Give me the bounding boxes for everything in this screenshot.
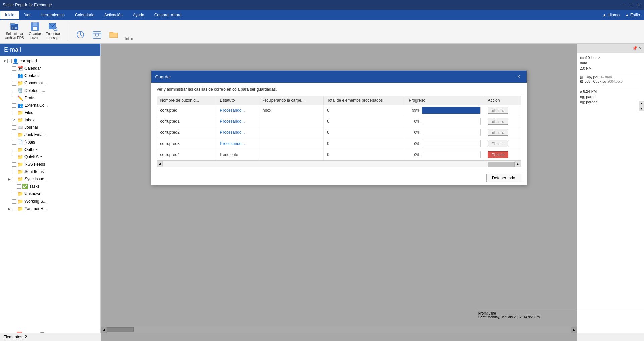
checkbox-notes[interactable] [12, 140, 16, 145]
tree-item-contacts[interactable]: ▶ 👥 Contacts [0, 72, 100, 79]
mailbox-progress: 0% [405, 138, 484, 149]
checkbox-contacts[interactable] [12, 74, 16, 78]
menu-inicio[interactable]: Inicio [0, 11, 19, 19]
menu-comprar[interactable]: Comprar ahora [150, 11, 186, 19]
checkbox-corrupted[interactable] [7, 59, 12, 63]
find-message-button[interactable]: Encontrarmensaje [44, 20, 62, 41]
toolbar-extra-btn-2[interactable] [89, 29, 105, 41]
tree-item-syncissue[interactable]: ▶ 📁 Sync Issue... [0, 175, 100, 183]
tree-item-quickstep[interactable]: ▶ 📁 Quick Ste... [0, 153, 100, 161]
scroll-right-arrow[interactable]: ▶ [515, 161, 521, 167]
maximize-button[interactable]: □ [628, 2, 634, 8]
scroll-left-arrow[interactable]: ◀ [157, 161, 163, 167]
close-button[interactable]: ✕ [635, 2, 641, 8]
toolbar-extra-btn-3[interactable] [106, 29, 122, 41]
status-link[interactable]: Procesando... [220, 119, 245, 124]
estilo-btn[interactable]: ▲ Estilo [625, 13, 640, 17]
calendar-report-icon [92, 29, 102, 40]
tree-item-notes[interactable]: ▶ 📄 Notes [0, 138, 100, 146]
checkbox-tasks[interactable] [17, 184, 21, 189]
tree-item-drafts[interactable]: ▶ ✏️ Drafts [0, 94, 100, 102]
tree-label-deleted: Deleted It... [24, 88, 45, 93]
col-action: Acción [484, 96, 521, 105]
checkbox-junk[interactable] [12, 133, 16, 137]
scroll-track[interactable] [163, 161, 515, 167]
menu-activacion[interactable]: Activación [100, 11, 128, 19]
scroll-thumb[interactable] [488, 162, 515, 167]
tree-item-journal[interactable]: ▶ 📖 Journal [0, 124, 100, 131]
data-row: data [580, 61, 641, 65]
tree-item-tasks[interactable]: ▶ ✅ Tasks [0, 183, 100, 190]
checkbox-conversations[interactable] [12, 81, 16, 86]
progress-pct: 0% [409, 141, 419, 146]
tree-item-corrupted[interactable]: ▼ 👤 corrupted [0, 57, 100, 65]
tree-item-deleted[interactable]: ▶ 🗑️ Deleted It... [0, 87, 100, 94]
checkbox-drafts[interactable] [12, 96, 16, 100]
content-area: Guardar × Ver y administrar las casillas… [101, 44, 577, 341]
horizontal-scrollbar[interactable]: ◀ ▶ [157, 161, 521, 167]
tree-item-files[interactable]: ▶ 📁 Files [0, 109, 100, 116]
eliminar-button-3[interactable]: Eliminar [488, 129, 508, 136]
toolbar-extra-btn-1[interactable] [72, 29, 88, 41]
status-link[interactable]: Procesando... [220, 130, 245, 135]
tree-item-working[interactable]: ▶ 📁 Working S... [0, 197, 100, 205]
pin-button[interactable]: 📌 [632, 46, 637, 51]
checkbox-sent[interactable] [12, 170, 16, 174]
modal-table: Nombre de buzón d... Estatuto Recuperand… [157, 96, 521, 160]
checkbox-syncissue[interactable] [12, 177, 16, 181]
tree-item-outbox[interactable]: ▶ 📁 Outbox [0, 146, 100, 153]
scroll-up-button[interactable]: ▲ [639, 101, 644, 106]
select-edb-button[interactable]: EDB Seleccionararchivo EDB [3, 20, 26, 41]
tree-item-sent[interactable]: ▶ 📁 Sent Items [0, 168, 100, 175]
mailbox-status: Procesando... [216, 105, 258, 116]
modal-close-button[interactable]: × [516, 73, 523, 80]
eliminar-button-1[interactable]: Eliminar [488, 107, 508, 114]
checkbox-files[interactable] [12, 111, 16, 115]
rss-icon: 📁 [17, 162, 23, 167]
checkbox-externalco[interactable] [12, 103, 16, 108]
eliminar-button-2[interactable]: Eliminar [488, 118, 508, 125]
mailbox-total: 0 [324, 116, 405, 127]
eliminar-button-5[interactable]: Eliminar [488, 151, 508, 158]
tree-item-inbox[interactable]: ▶ 📁 Inbox [0, 116, 100, 124]
checkbox-inbox[interactable] [12, 118, 16, 122]
svg-rect-13 [93, 32, 101, 38]
tree-item-junk[interactable]: ▶ 📁 Junk Emai... [0, 131, 100, 138]
eliminar-button-4[interactable]: Eliminar [488, 140, 508, 147]
preview-time: a 8:24 PM [580, 89, 641, 93]
minimize-button[interactable]: ─ [621, 2, 627, 8]
tree-item-rss[interactable]: ▶ 📁 RSS Feeds [0, 161, 100, 168]
menu-ver[interactable]: Ver [20, 11, 35, 19]
idioma-btn[interactable]: ▲ Idioma [602, 13, 620, 17]
col-total: Total de elementos procesados [324, 96, 405, 105]
menu-herramientas[interactable]: Herramientas [36, 11, 69, 19]
checkbox-quickstep[interactable] [12, 155, 16, 159]
folder-conv-icon: 📁 [17, 80, 23, 86]
checkbox-yammer[interactable] [12, 207, 16, 211]
tree-item-yammer[interactable]: ▶ 📁 Yammer R... [0, 205, 100, 212]
table-row: corrupted Procesando... Inbox 0 99% [157, 105, 521, 116]
table-row: corrupted3 Procesando... 0 0% [157, 138, 521, 149]
close-panel-button[interactable]: ✕ [639, 46, 642, 51]
status-link[interactable]: Procesando... [220, 141, 245, 146]
checkbox-rss[interactable] [12, 162, 16, 167]
tree-item-unknown[interactable]: ▶ 📁 Unknown [0, 190, 100, 197]
mailbox-action: Eliminar [484, 127, 521, 138]
menu-ayuda[interactable]: Ayuda [128, 11, 149, 19]
scroll-down-button[interactable]: ▼ [639, 106, 644, 111]
menu-calendario[interactable]: Calendario [70, 11, 99, 19]
tree-item-externalco[interactable]: ▶ 👥 ExternalCo... [0, 102, 100, 109]
checkbox-deleted[interactable] [12, 89, 16, 93]
checkbox-calendar[interactable] [12, 66, 16, 71]
save-mailbox-button[interactable]: Guardarbuzón [27, 20, 43, 41]
tree-item-conversations[interactable]: ▶ 📁 Conversat... [0, 79, 100, 87]
checkbox-journal[interactable] [12, 125, 16, 130]
checkbox-unknown[interactable] [12, 192, 16, 196]
svg-rect-1 [10, 23, 15, 25]
checkbox-working[interactable] [12, 199, 16, 204]
checkbox-outbox[interactable] [12, 148, 16, 152]
detener-todo-button[interactable]: Detener todo [486, 174, 521, 182]
status-link[interactable]: Procesando... [220, 108, 245, 113]
tree-item-calendar[interactable]: ▶ 📅 Calendar [0, 65, 100, 72]
modal-description: Ver y administrar las casillas de correo… [157, 87, 521, 92]
